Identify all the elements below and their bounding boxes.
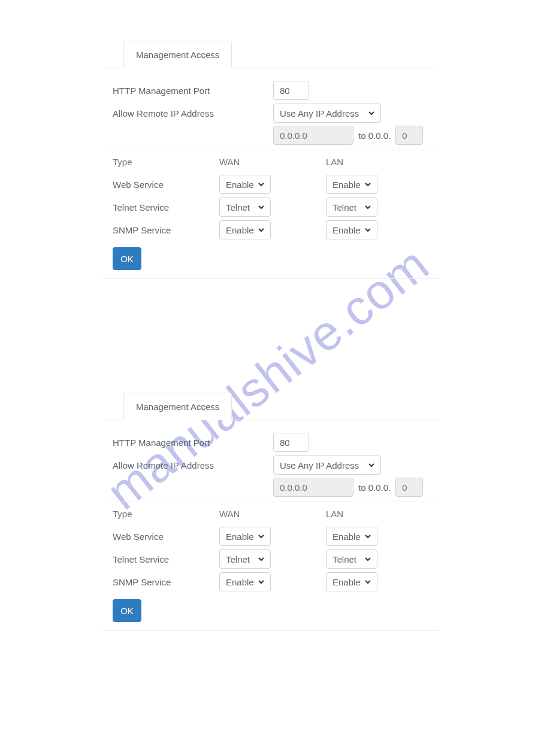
snmp-lan-select[interactable]: Enable: [326, 220, 377, 239]
select-value: Telnet: [226, 554, 250, 564]
service-name: Telnet Service: [103, 202, 219, 212]
service-name: Web Service: [103, 180, 219, 190]
tab-label: Management Access: [136, 402, 219, 412]
tab-bar: Management Access: [103, 41, 439, 68]
chevron-down-icon: [364, 203, 372, 211]
select-value: Enable: [333, 577, 361, 587]
web-lan-select[interactable]: Enable: [326, 175, 377, 194]
ip-range-to-label: to 0.0.0.: [357, 482, 392, 493]
management-access-panel: Management Access HTTP Management Port A…: [103, 393, 439, 631]
ip-range-from-input[interactable]: [273, 126, 353, 145]
type-header: Type: [103, 157, 219, 167]
ok-button[interactable]: OK: [113, 247, 141, 270]
ip-range-to-input[interactable]: [395, 478, 423, 497]
web-lan-select[interactable]: Enable: [326, 527, 377, 546]
chevron-down-icon: [257, 532, 265, 541]
select-value: Enable: [226, 180, 254, 190]
ok-button[interactable]: OK: [113, 599, 141, 622]
service-name: Web Service: [103, 532, 219, 542]
tab-management-access[interactable]: Management Access: [123, 393, 232, 420]
http-port-label: HTTP Management Port: [103, 86, 273, 96]
chevron-down-icon: [364, 180, 372, 189]
select-value: Telnet: [333, 202, 356, 212]
telnet-wan-select[interactable]: Telnet: [219, 549, 271, 569]
chevron-down-icon: [257, 555, 265, 563]
select-value: Telnet: [333, 554, 356, 564]
web-wan-select[interactable]: Enable: [219, 527, 271, 546]
wan-header: WAN: [219, 157, 326, 167]
select-value: Enable: [226, 225, 254, 235]
chevron-down-icon: [364, 532, 372, 541]
service-name: Telnet Service: [103, 554, 219, 564]
select-value: Telnet: [226, 202, 250, 212]
allow-ip-select[interactable]: Use Any IP Address: [273, 104, 381, 123]
chevron-down-icon: [364, 578, 372, 586]
http-port-input[interactable]: [273, 81, 309, 100]
ip-range-to-label: to 0.0.0.: [357, 130, 392, 141]
management-access-panel: Management Access HTTP Management Port A…: [103, 41, 439, 279]
lan-header: LAN: [326, 509, 433, 519]
chevron-down-icon: [257, 226, 265, 234]
allow-ip-select-value: Use Any IP Address: [280, 460, 359, 470]
service-name: SNMP Service: [103, 225, 219, 235]
ip-range-from-input[interactable]: [273, 478, 353, 497]
chevron-down-icon: [367, 109, 376, 117]
wan-header: WAN: [219, 509, 326, 519]
service-name: SNMP Service: [103, 577, 219, 587]
allow-ip-label: Allow Remote IP Address: [103, 108, 273, 119]
http-port-input[interactable]: [273, 433, 309, 452]
chevron-down-icon: [364, 555, 372, 563]
snmp-wan-select[interactable]: Enable: [219, 220, 271, 239]
select-value: Enable: [333, 180, 361, 190]
allow-ip-select-value: Use Any IP Address: [280, 108, 359, 119]
allow-ip-select[interactable]: Use Any IP Address: [273, 456, 381, 475]
telnet-lan-select[interactable]: Telnet: [326, 549, 377, 569]
chevron-down-icon: [257, 203, 265, 211]
chevron-down-icon: [364, 226, 372, 234]
web-wan-select[interactable]: Enable: [219, 175, 271, 194]
tab-management-access[interactable]: Management Access: [123, 41, 232, 68]
select-value: Enable: [226, 532, 254, 542]
telnet-wan-select[interactable]: Telnet: [219, 198, 271, 217]
chevron-down-icon: [257, 180, 265, 189]
lan-header: LAN: [326, 157, 433, 167]
allow-ip-label: Allow Remote IP Address: [103, 460, 273, 470]
select-value: Enable: [333, 225, 361, 235]
chevron-down-icon: [367, 461, 376, 469]
type-header: Type: [103, 509, 219, 519]
telnet-lan-select[interactable]: Telnet: [326, 198, 377, 217]
snmp-lan-select[interactable]: Enable: [326, 572, 377, 591]
tab-label: Management Access: [136, 50, 219, 60]
select-value: Enable: [333, 532, 361, 542]
ip-range-to-input[interactable]: [395, 126, 423, 145]
snmp-wan-select[interactable]: Enable: [219, 572, 271, 591]
select-value: Enable: [226, 577, 254, 587]
http-port-label: HTTP Management Port: [103, 438, 273, 448]
chevron-down-icon: [257, 578, 265, 586]
tab-bar: Management Access: [103, 393, 439, 420]
